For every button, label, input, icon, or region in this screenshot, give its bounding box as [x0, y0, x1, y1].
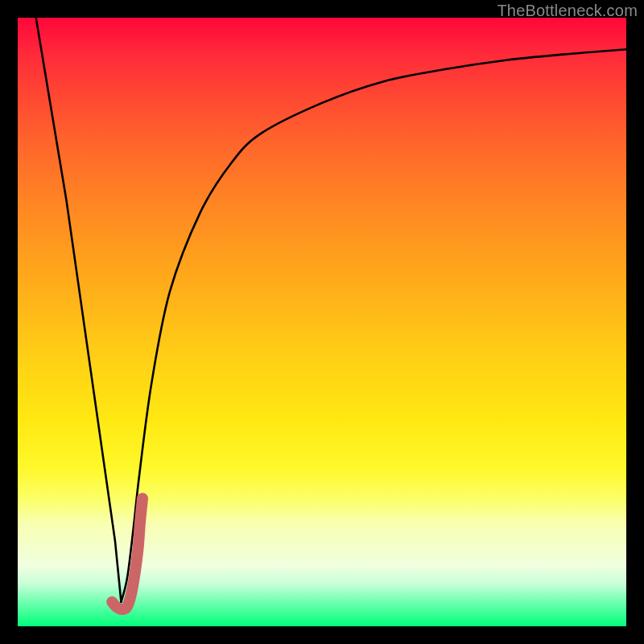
right-branch-curve	[122, 49, 626, 601]
plot-area	[18, 18, 626, 626]
curve-layer	[18, 18, 626, 626]
left-branch-curve	[36, 18, 122, 602]
chart-frame: TheBottleneck.com	[0, 0, 644, 644]
watermark-text: TheBottleneck.com	[497, 2, 638, 20]
